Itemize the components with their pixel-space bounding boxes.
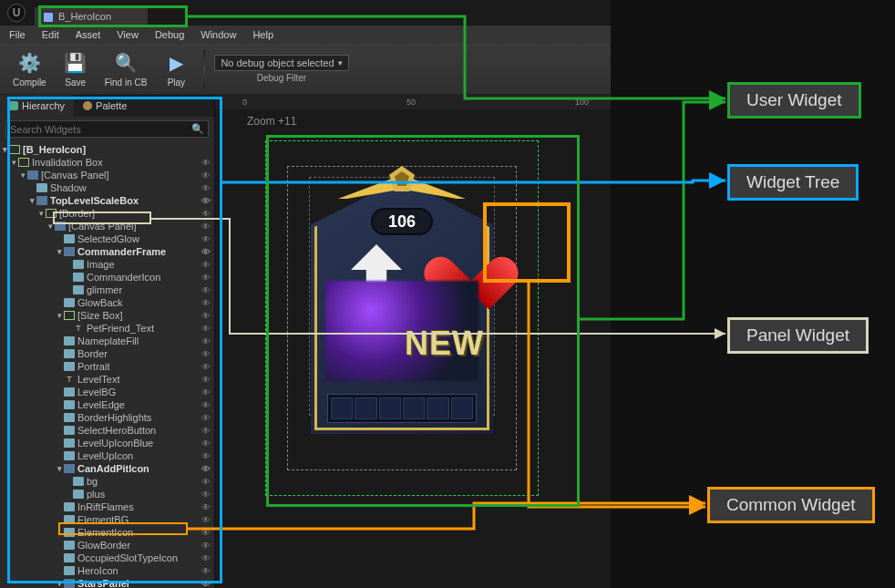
- expand-toggle-icon[interactable]: ▾: [18, 170, 27, 180]
- tree-row[interactable]: ▾CanAddPitIcon👁: [0, 462, 214, 475]
- visibility-eye-icon[interactable]: 👁: [201, 336, 211, 346]
- tab-hierarchy[interactable]: Hierarchy: [0, 95, 74, 117]
- compile-button[interactable]: ⚙️ Compile: [7, 48, 52, 89]
- tree-row[interactable]: HeroIcon👁: [0, 564, 214, 577]
- visibility-eye-icon[interactable]: 👁: [201, 541, 211, 551]
- menu-view[interactable]: View: [117, 29, 139, 40]
- visibility-eye-icon[interactable]: 👁: [201, 515, 211, 525]
- expand-toggle-icon[interactable]: ▾: [55, 464, 64, 473]
- ruler-mark: 50: [406, 98, 416, 107]
- level-badge: 106: [371, 208, 433, 235]
- tree-row[interactable]: ▾[Canvas Panel]👁: [0, 169, 214, 181]
- save-button[interactable]: 💾 Save: [57, 48, 94, 89]
- menu-window[interactable]: Window: [201, 29, 236, 40]
- find-in-cb-button[interactable]: 🔍 Find in CB: [99, 48, 153, 89]
- visibility-eye-icon[interactable]: 👁: [201, 234, 211, 244]
- tree-row[interactable]: ▾[B_HeroIcon]: [0, 143, 214, 156]
- tree-row[interactable]: ElementIcon👁: [0, 526, 214, 539]
- tree-row[interactable]: GlowBack👁: [0, 296, 214, 309]
- tree-row[interactable]: PetFriend_Text👁: [0, 322, 214, 335]
- visibility-eye-icon[interactable]: 👁: [201, 438, 211, 449]
- visibility-eye-icon[interactable]: 👁: [201, 349, 211, 359]
- menu-edit[interactable]: Edit: [42, 29, 59, 40]
- expand-toggle-icon[interactable]: ▾: [55, 247, 64, 256]
- tree-row[interactable]: BorderHighlights👁: [0, 411, 214, 424]
- visibility-eye-icon[interactable]: 👁: [201, 451, 211, 461]
- tree-row[interactable]: CommanderIcon👁: [0, 271, 214, 284]
- tree-row[interactable]: ElementBG👁: [0, 513, 214, 526]
- tree-row[interactable]: ▾Invalidation Box👁: [0, 156, 214, 169]
- search-input[interactable]: [10, 124, 188, 135]
- expand-toggle-icon[interactable]: ▾: [36, 209, 46, 218]
- tab-palette[interactable]: Palette: [74, 95, 136, 117]
- tree-row[interactable]: Shadow👁: [0, 181, 214, 194]
- tree-row[interactable]: LevelEdge👁: [0, 398, 214, 411]
- visibility-eye-icon[interactable]: 👁: [201, 490, 211, 500]
- visibility-eye-icon[interactable]: 👁: [201, 579, 211, 589]
- tree-row[interactable]: plus👁: [0, 488, 214, 500]
- tree-row[interactable]: SelectedGlow👁: [0, 232, 214, 245]
- tree-row[interactable]: NameplateFill👁: [0, 335, 214, 347]
- tree-row[interactable]: Portrait👁: [0, 360, 214, 373]
- tree-row[interactable]: ▾[Size Box]👁: [0, 309, 214, 322]
- tree-row[interactable]: ▾TopLevelScaleBox👁: [0, 194, 214, 207]
- visibility-eye-icon[interactable]: 👁: [201, 387, 211, 397]
- expand-toggle-icon[interactable]: ▾: [55, 311, 64, 320]
- tree-row[interactable]: ▾CommanderFrame👁: [0, 245, 214, 258]
- visibility-eye-icon[interactable]: 👁: [201, 158, 211, 168]
- visibility-eye-icon[interactable]: 👁: [201, 183, 211, 193]
- visibility-eye-icon[interactable]: 👁: [201, 273, 211, 283]
- visibility-eye-icon[interactable]: 👁: [201, 324, 211, 334]
- visibility-eye-icon[interactable]: 👁: [201, 222, 211, 232]
- visibility-eye-icon[interactable]: 👁: [201, 362, 211, 372]
- visibility-eye-icon[interactable]: 👁: [201, 566, 211, 576]
- tree-row[interactable]: Image👁: [0, 258, 214, 271]
- visibility-eye-icon[interactable]: 👁: [201, 285, 211, 295]
- tree-row[interactable]: LevelUpIcon👁: [0, 449, 214, 462]
- visibility-eye-icon[interactable]: 👁: [201, 413, 211, 423]
- tree-row[interactable]: SelectHeroButton👁: [0, 424, 214, 437]
- tree-row[interactable]: ▾StarsPanel👁: [0, 577, 214, 588]
- visibility-eye-icon[interactable]: 👁: [201, 426, 211, 436]
- visibility-eye-icon[interactable]: 👁: [201, 260, 211, 270]
- visibility-eye-icon[interactable]: 👁: [201, 209, 211, 219]
- tree-row[interactable]: bg👁: [0, 475, 214, 488]
- tree-row[interactable]: GlowBorder👁: [0, 539, 214, 552]
- tree-row[interactable]: LevelUpIconBlue👁: [0, 437, 214, 449]
- tree-row[interactable]: LevelBG👁: [0, 386, 214, 398]
- expand-toggle-icon[interactable]: ▾: [55, 579, 64, 588]
- visibility-eye-icon[interactable]: 👁: [201, 375, 211, 385]
- tree-row[interactable]: LevelText👁: [0, 373, 214, 386]
- tree-row[interactable]: ▾[Canvas Panel]👁: [0, 220, 214, 232]
- menu-asset[interactable]: Asset: [76, 29, 101, 40]
- visibility-eye-icon[interactable]: 👁: [201, 196, 211, 206]
- menu-help[interactable]: Help: [252, 29, 273, 40]
- asset-tab[interactable]: B_HeroIcon: [35, 7, 148, 26]
- visibility-eye-icon[interactable]: 👁: [201, 553, 211, 563]
- expand-toggle-icon[interactable]: ▾: [27, 196, 36, 205]
- menu-file[interactable]: File: [9, 29, 26, 40]
- visibility-eye-icon[interactable]: 👁: [201, 528, 211, 538]
- debug-object-dropdown[interactable]: No debug object selected: [214, 55, 348, 71]
- menu-debug[interactable]: Debug: [155, 29, 184, 40]
- visibility-eye-icon[interactable]: 👁: [201, 477, 211, 487]
- tree-row[interactable]: ▾[Border]👁: [0, 207, 214, 220]
- visibility-eye-icon[interactable]: 👁: [201, 502, 211, 512]
- expand-toggle-icon[interactable]: ▾: [46, 222, 55, 231]
- designer-viewport[interactable]: 0 50 100 Zoom +11 106: [215, 95, 611, 588]
- visibility-eye-icon[interactable]: 👁: [201, 170, 211, 181]
- visibility-eye-icon[interactable]: 👁: [201, 464, 211, 474]
- visibility-eye-icon[interactable]: 👁: [201, 247, 211, 257]
- tree-row[interactable]: OccupiedSlotTypeIcon👁: [0, 552, 214, 564]
- search-widgets[interactable]: 🔍: [5, 120, 209, 138]
- tree-row[interactable]: InRiftFlames👁: [0, 500, 214, 513]
- tree-row[interactable]: glimmer👁: [0, 284, 214, 296]
- play-button[interactable]: ▶ Play: [158, 48, 194, 89]
- expand-toggle-icon[interactable]: ▾: [0, 145, 9, 154]
- visibility-eye-icon[interactable]: 👁: [201, 298, 211, 308]
- widget-tree[interactable]: ▾[B_HeroIcon]▾Invalidation Box👁▾[Canvas …: [0, 141, 214, 588]
- tree-row[interactable]: Border👁: [0, 347, 214, 360]
- visibility-eye-icon[interactable]: 👁: [201, 311, 211, 321]
- expand-toggle-icon[interactable]: ▾: [9, 158, 18, 167]
- visibility-eye-icon[interactable]: 👁: [201, 400, 211, 410]
